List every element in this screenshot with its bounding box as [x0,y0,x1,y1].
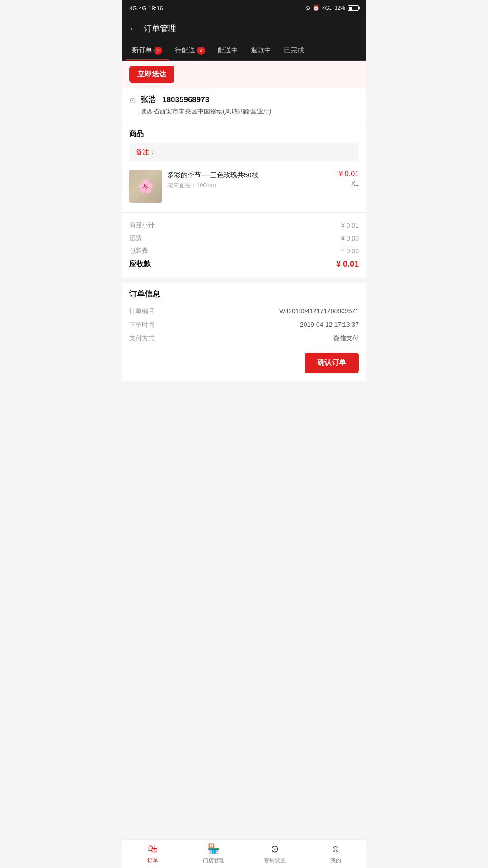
page-title: 订单管理 [144,23,176,34]
shipping-label: 运费 [129,234,142,242]
battery-percent: 32% [334,5,345,11]
customer-name: 张浩 [141,95,156,104]
address-section: ⊙ 张浩 18035968973 陕西省西安市未央区中国移动(凤城四路营业厅) [122,88,366,123]
order-number-value: WJ20190412171208809571 [155,307,359,316]
order-number-label: 订单编号 [129,307,155,316]
tab-new-orders-label: 新订单 [132,46,152,55]
tab-refund[interactable]: 退款中 [244,41,277,60]
remark-box: 备注： [129,143,359,161]
delivery-banner: 立即送达 [122,61,366,88]
summary-section: 商品小计 ¥ 0.01 运费 ¥ 0.00 包装费 ¥ 0.00 应收款 ¥ 0… [122,213,366,278]
product-price-qty: ¥ 0.01 X1 [339,170,359,187]
subtotal-label: 商品小计 [129,222,155,230]
order-card: 立即送达 ⊙ 张浩 18035968973 陕西省西安市未央区中国移动(凤城四路… [122,61,366,278]
tab-pending-delivery[interactable]: 待配送 4 [169,41,211,60]
signal-icon: 4G 4G [129,5,146,12]
tab-completed-label: 已完成 [284,46,304,55]
product-info: 多彩的季节----三色玫瑰共50枝 花束直径：100mm [167,170,333,189]
order-info-title: 订单信息 [129,289,359,299]
status-left: 4G 4G 18:16 [129,5,163,12]
tab-new-orders-badge: 2 [154,47,162,55]
payment-value: 微信支付 [155,335,359,343]
address-content: 张浩 18035968973 陕西省西安市未央区中国移动(凤城四路营业厅) [141,94,271,116]
product-qty: X1 [339,180,359,187]
packaging-label: 包装费 [129,247,148,255]
tab-completed[interactable]: 已完成 [277,41,310,60]
status-right: ⊙ ⏰ 4G₂ 32% [305,5,359,11]
tab-pending-label: 待配送 [175,46,195,55]
confirm-btn-row: 确认订单 [129,353,359,375]
product-price: ¥ 0.01 [339,170,359,178]
tab-delivering-label: 配送中 [218,46,238,55]
summary-row-shipping: 运费 ¥ 0.00 [129,232,359,245]
customer-phone: 18035968973 [162,95,209,104]
status-bar: 4G 4G 18:16 ⊙ ⏰ 4G₂ 32% [122,0,366,16]
order-time-label: 下单时间 [129,321,155,329]
product-section-title: 商品 [129,129,359,139]
back-button[interactable]: ← [129,24,138,34]
product-image: 🌸 [129,170,162,203]
payment-method-row: 支付方式 微信支付 [129,332,359,345]
tabs-bar: 新订单 2 待配送 4 配送中 退款中 已完成 [122,41,366,61]
delivery-tag: 立即送达 [129,66,174,83]
location-status-icon: ⊙ [305,5,310,11]
product-item: 🌸 多彩的季节----三色玫瑰共50枝 花束直径：100mm ¥ 0.01 X1 [129,166,359,206]
product-name: 多彩的季节----三色玫瑰共50枝 [167,170,333,179]
subtotal-value: ¥ 0.01 [341,222,359,229]
alarm-icon: ⏰ [313,5,319,11]
order-time-value: 2019-04-12 17:13:37 [155,321,359,329]
battery-icon [348,5,359,11]
remark-label: 备注： [136,148,156,156]
tab-delivering[interactable]: 配送中 [211,41,244,60]
packaging-value: ¥ 0.00 [341,247,359,255]
order-number-row: 订单编号 WJ20190412171208809571 [129,305,359,318]
product-section: 商品 备注： 🌸 多彩的季节----三色玫瑰共50枝 花束直径：100mm ¥ … [122,123,366,213]
confirm-order-button[interactable]: 确认订单 [305,353,359,373]
header: ← 订单管理 [122,16,366,41]
product-thumbnail: 🌸 [129,170,162,203]
time: 18:16 [148,5,163,12]
location-icon: ⊙ [129,95,136,105]
network-type: 4G₂ [322,5,332,11]
total-label: 应收款 [129,259,151,269]
product-spec: 花束直径：100mm [167,181,333,189]
summary-row-total: 应收款 ¥ 0.01 [129,257,359,271]
summary-row-subtotal: 商品小计 ¥ 0.01 [129,219,359,232]
payment-label: 支付方式 [129,335,155,343]
address-name-phone: 张浩 18035968973 [141,94,271,105]
order-time-row: 下单时间 2019-04-12 17:13:37 [129,318,359,332]
shipping-value: ¥ 0.00 [341,235,359,242]
tab-new-orders[interactable]: 新订单 2 [126,41,169,60]
total-value: ¥ 0.01 [336,259,359,269]
tab-refund-label: 退款中 [251,46,271,55]
summary-row-packaging: 包装费 ¥ 0.00 [129,245,359,257]
content-area: 立即送达 ⊙ 张浩 18035968973 陕西省西安市未央区中国移动(凤城四路… [122,61,366,417]
order-info-section: 订单信息 订单编号 WJ20190412171208809571 下单时间 20… [122,283,366,381]
address-detail: 陕西省西安市未央区中国移动(凤城四路营业厅) [141,107,271,116]
tab-pending-badge: 4 [197,47,205,55]
